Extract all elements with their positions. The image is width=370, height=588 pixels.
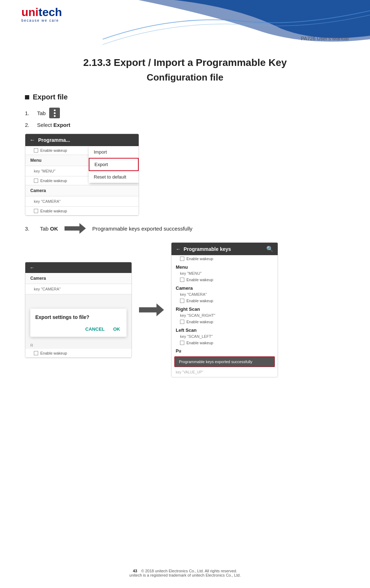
footer-trademark: unitech is a registered trademark of uni…	[129, 573, 241, 577]
back-arrow-icon: ←	[30, 137, 35, 143]
checkbox-enable-wakeup-1[interactable]	[34, 148, 38, 153]
prog-keys-header: ← Programmable keys 🔍	[171, 243, 278, 255]
prog-left-scan-checkbox-row: Enable wakeup	[171, 339, 278, 346]
dropdown-export[interactable]: Export	[89, 158, 139, 171]
screen-title-1: Programma...	[38, 137, 70, 143]
success-toast: Programmable keys exported successfully	[174, 356, 275, 367]
bullet-icon	[25, 95, 29, 99]
manual-title: PA726 User's Manual	[301, 36, 349, 41]
section-subtitle: Configuration file	[25, 72, 345, 83]
main-content: 2.13.3 Export / Import a Programmable Ke…	[0, 46, 370, 399]
prog-left-scan-key: key "SCAN_LEFT"	[171, 334, 278, 339]
dialog-camera-key: key "CAMERA"	[25, 284, 132, 294]
dropdown-reset[interactable]: Reset to default	[89, 171, 139, 183]
prog-keys-mockup: ← Programmable keys 🔍 Enable wakeup Menu…	[171, 242, 278, 377]
prog-header-title: Programmable keys	[184, 246, 231, 252]
prog-camera-key: key "CAMERA"	[171, 292, 278, 297]
prog-pu-label: Pu	[171, 346, 278, 354]
prog-menu-key: key "MENU"	[171, 270, 278, 276]
prog-keys-body: Enable wakeup Menu key "MENU" Enable wak…	[171, 255, 278, 377]
prog-camera-checkbox-row: Enable wakeup	[171, 297, 278, 304]
prog-bottom-key: key "VALUE_UP"	[171, 369, 278, 377]
prog-checkbox-1[interactable]	[180, 257, 184, 261]
dialog-checkbox[interactable]	[34, 351, 38, 355]
three-dot-menu-icon[interactable]	[49, 108, 60, 118]
dialog-cancel-button[interactable]: CANCEL	[84, 325, 106, 333]
dialog-camera-label: Camera	[25, 273, 132, 284]
screenshot-export-menu: ← Programma... Enable wakeup Menu key "M…	[25, 134, 345, 216]
prog-right-scan-key: key "SCAN_RIGHT"	[171, 313, 278, 318]
screen-mockup-1: ← Programma... Enable wakeup Menu key "M…	[25, 134, 139, 216]
page-footer: 43 © 2018 unitech Electronics Co., Ltd. …	[0, 569, 370, 577]
prog-camera-checkbox[interactable]	[180, 299, 184, 303]
dropdown-import[interactable]: Import	[89, 146, 139, 158]
export-file-heading: Export file	[25, 93, 345, 101]
dialog-ok-button[interactable]: OK	[112, 325, 122, 333]
prog-left-scan-checkbox[interactable]	[180, 341, 184, 345]
company-logo: unitech because we care	[21, 6, 78, 22]
dropdown-menu: Import Export Reset to default	[89, 146, 139, 183]
prog-left-scan-section: Left Scan	[171, 325, 278, 334]
camera-checkbox-row: Enable wakeup	[25, 207, 139, 216]
prog-menu-checkbox[interactable]	[180, 278, 184, 282]
page-number: 43	[133, 569, 137, 573]
arrow-right-icon	[65, 223, 86, 234]
dialog-screen-body: Camera key "CAMERA" Export settings to f…	[25, 273, 132, 358]
logo-uni: uni	[21, 6, 38, 19]
prog-right-scan-section: Right Scan	[171, 304, 278, 313]
dialog-right-label: R	[25, 342, 132, 349]
dialog-back-icon: ←	[30, 265, 35, 270]
page-header: unitech because we care PA726 User's Man…	[0, 0, 370, 46]
prog-right-scan-checkbox-row: Enable wakeup	[171, 318, 278, 325]
screen-header-1: ← Programma...	[25, 134, 139, 146]
logo-tagline: because we care	[21, 19, 78, 22]
prog-right-scan-checkbox[interactable]	[180, 320, 184, 324]
screenshots-row-bottom: ← Camera key "CAMERA" Export settings to…	[25, 242, 345, 377]
export-dialog-mockup: ← Camera key "CAMERA" Export settings to…	[25, 262, 132, 358]
prog-camera-section: Camera	[171, 283, 278, 292]
logo-tech: tech	[38, 6, 62, 19]
checkbox-camera-wakeup[interactable]	[34, 209, 38, 213]
dialog-buttons: CANCEL OK	[35, 325, 122, 333]
checkbox-menu-wakeup[interactable]	[34, 179, 38, 183]
prog-header-left: ← Programmable keys	[176, 246, 231, 252]
dialog-title: Export settings to file?	[35, 314, 122, 320]
camera-key-label: key "CAMERA"	[25, 196, 139, 207]
step-1: 1. Tab	[25, 108, 345, 118]
prog-checkbox-row-1: Enable wakeup	[171, 255, 278, 262]
prog-menu-section: Menu	[171, 262, 278, 270]
screen-body-1: Enable wakeup Menu key "MENU" Enable wak…	[25, 146, 139, 216]
arrow-right-icon-2	[139, 304, 164, 316]
prog-back-icon: ←	[176, 246, 181, 252]
footer-copyright: © 2018 unitech Electronics Co., Ltd. All…	[141, 569, 237, 573]
dialog-checkbox-row: Enable wakeup	[25, 349, 132, 358]
prog-menu-checkbox-row: Enable wakeup	[171, 276, 278, 283]
camera-section-label: Camera	[25, 185, 139, 196]
step-3-row: 3. Tab OK Programmable keys exported suc…	[25, 223, 345, 234]
step-2: 2. Select Export	[25, 122, 345, 128]
export-dialog-box: Export settings to file? CANCEL OK	[30, 309, 127, 337]
dialog-screen-header: ←	[25, 262, 132, 273]
section-main-title: 2.13.3 Export / Import a Programmable Ke…	[25, 57, 345, 68]
search-icon[interactable]: 🔍	[266, 246, 273, 252]
